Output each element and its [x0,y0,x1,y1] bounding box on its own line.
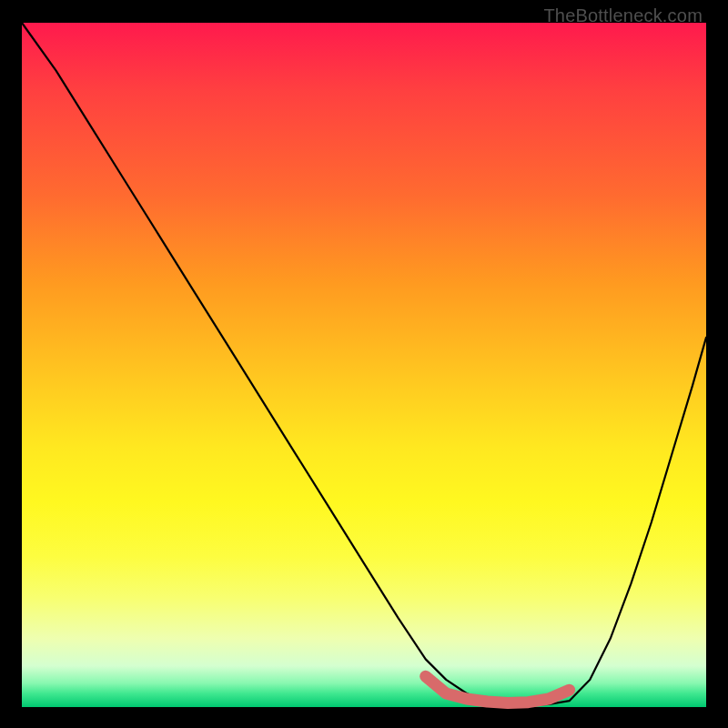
chart-overlay [22,23,706,707]
bottleneck-curve-line [22,23,706,705]
